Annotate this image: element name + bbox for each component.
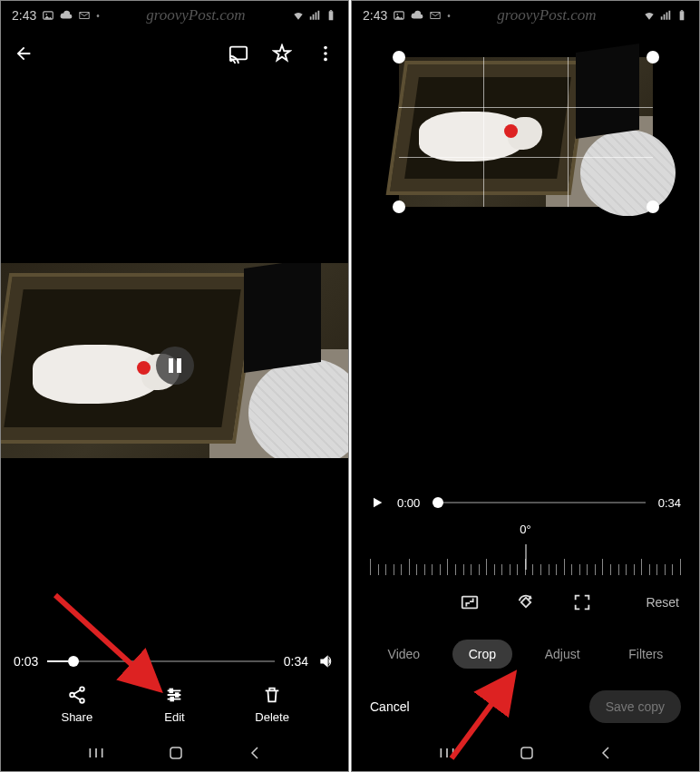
wifi-icon (643, 9, 656, 22)
back-icon[interactable] (14, 44, 34, 64)
delete-button[interactable]: Delete (236, 685, 308, 724)
scrubber[interactable] (47, 660, 275, 662)
edit-button[interactable]: Edit (138, 685, 210, 724)
svg-rect-4 (230, 47, 247, 60)
video-frame[interactable] (1, 263, 348, 458)
svg-rect-14 (171, 698, 174, 701)
share-button[interactable]: Share (41, 685, 113, 724)
current-time: 0:00 (397, 496, 420, 510)
status-bar: 2:43 • groovyPost.com (352, 1, 699, 30)
wifi-icon (292, 9, 305, 22)
phone-left-viewer: 2:43 • groovyPost.com (0, 0, 349, 772)
crop-frame[interactable] (399, 57, 653, 207)
svg-rect-13 (176, 693, 179, 697)
cancel-button[interactable]: Cancel (370, 699, 410, 714)
gmail-icon (78, 9, 91, 22)
playback-row: 0:00 0:34 (352, 483, 699, 523)
tab-filters[interactable]: Filters (612, 640, 679, 669)
nav-home-icon[interactable] (519, 745, 535, 761)
picture-icon (393, 9, 405, 22)
dot-indicator: • (447, 11, 451, 21)
svg-point-18 (397, 14, 399, 15)
duration: 0:34 (284, 654, 308, 669)
crop-handle-bl[interactable] (393, 200, 405, 213)
svg-rect-15 (170, 748, 181, 758)
scrubber[interactable] (433, 502, 645, 503)
pause-button[interactable] (156, 347, 194, 385)
content-area (1, 77, 348, 643)
svg-rect-20 (681, 10, 683, 11)
aspect-ratio-icon[interactable] (460, 592, 480, 612)
reset-button[interactable]: Reset (646, 595, 679, 610)
phone-right-editor: 2:43 • groovyPost.com (351, 0, 700, 772)
share-label: Share (61, 710, 92, 724)
nav-recent-icon[interactable] (438, 746, 456, 760)
volume-icon[interactable] (317, 652, 335, 670)
status-bar: 2:43 • groovyPost.com (1, 1, 348, 30)
rotate-icon[interactable] (516, 592, 536, 612)
cloud-icon (411, 9, 423, 22)
nav-back-icon[interactable] (598, 745, 614, 761)
bottom-actions: Cancel Save copy (352, 679, 699, 735)
more-vert-icon[interactable] (316, 44, 335, 64)
tab-row: Video Crop Adjust Filters (352, 630, 699, 679)
tab-crop[interactable]: Crop (452, 640, 512, 669)
rotation-ruler[interactable] (370, 544, 681, 575)
crop-handle-tr[interactable] (647, 51, 659, 64)
rotation-angle: 0° (352, 523, 699, 544)
star-icon[interactable] (272, 44, 292, 64)
picture-icon (42, 9, 54, 22)
svg-point-8 (324, 58, 327, 62)
svg-rect-3 (330, 10, 332, 11)
signal-icon (659, 9, 672, 22)
svg-point-1 (46, 14, 48, 15)
duration: 0:34 (658, 496, 681, 510)
svg-rect-2 (329, 11, 334, 20)
action-row: Share Edit Delete (1, 679, 348, 735)
save-copy-button[interactable]: Save copy (589, 690, 681, 723)
edit-label: Edit (164, 710, 184, 724)
svg-rect-12 (170, 689, 173, 693)
current-time: 0:03 (14, 654, 38, 669)
gmail-icon (429, 9, 442, 22)
svg-point-5 (230, 59, 232, 61)
svg-point-7 (324, 52, 327, 55)
watermark: groovyPost.com (146, 6, 245, 24)
scrubber-row: 0:03 0:34 (1, 643, 348, 679)
delete-label: Delete (255, 710, 289, 724)
crop-handle-br[interactable] (647, 200, 659, 213)
watermark: groovyPost.com (497, 6, 596, 24)
crop-tools-row: Reset (352, 575, 699, 630)
status-time: 2:43 (12, 8, 36, 23)
svg-rect-19 (680, 11, 685, 20)
crop-handle-tl[interactable] (393, 51, 405, 64)
status-time: 2:43 (363, 8, 387, 23)
nav-back-icon[interactable] (247, 745, 263, 761)
battery-icon (676, 9, 688, 22)
nav-bar (352, 735, 699, 771)
svg-point-6 (324, 46, 327, 50)
tab-adjust[interactable]: Adjust (529, 640, 597, 669)
expand-icon[interactable] (572, 592, 592, 612)
play-icon[interactable] (370, 495, 384, 510)
top-bar (1, 30, 348, 77)
nav-recent-icon[interactable] (87, 746, 105, 760)
battery-icon (325, 9, 337, 22)
cloud-icon (60, 9, 73, 22)
tab-video[interactable]: Video (372, 640, 437, 669)
nav-home-icon[interactable] (168, 745, 184, 761)
svg-rect-23 (521, 748, 532, 758)
cast-icon[interactable] (228, 44, 248, 64)
signal-icon (308, 9, 321, 22)
dot-indicator: • (96, 11, 100, 21)
nav-bar (1, 735, 348, 771)
